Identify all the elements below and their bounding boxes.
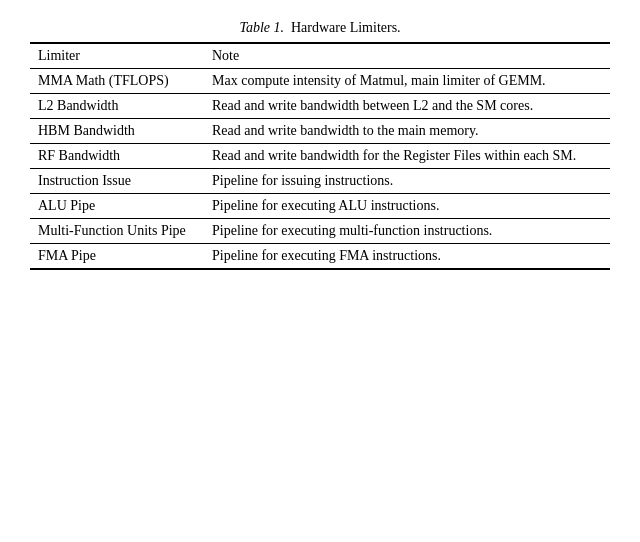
table-row: HBM BandwidthRead and write bandwidth to… <box>30 119 610 144</box>
caption-prefix: Table 1. <box>239 20 284 35</box>
cell-note: Read and write bandwidth between L2 and … <box>204 94 610 119</box>
caption-title: Hardware Limiters. <box>291 20 401 35</box>
cell-limiter: HBM Bandwidth <box>30 119 204 144</box>
table-row: MMA Math (TFLOPS)Max compute intensity o… <box>30 69 610 94</box>
cell-note: Pipeline for executing ALU instructions. <box>204 194 610 219</box>
cell-limiter: FMA Pipe <box>30 244 204 270</box>
cell-limiter: RF Bandwidth <box>30 144 204 169</box>
cell-limiter: ALU Pipe <box>30 194 204 219</box>
cell-note: Read and write bandwidth for the Registe… <box>204 144 610 169</box>
column-header-limiter: Limiter <box>30 43 204 69</box>
table-row: ALU PipePipeline for executing ALU instr… <box>30 194 610 219</box>
table-row: RF BandwidthRead and write bandwidth for… <box>30 144 610 169</box>
cell-note: Max compute intensity of Matmul, main li… <box>204 69 610 94</box>
table-caption: Table 1. Hardware Limiters. <box>30 20 610 36</box>
cell-limiter: Instruction Issue <box>30 169 204 194</box>
table-row: Instruction IssuePipeline for issuing in… <box>30 169 610 194</box>
cell-note: Pipeline for executing multi-function in… <box>204 219 610 244</box>
cell-note: Read and write bandwidth to the main mem… <box>204 119 610 144</box>
table-header-row: Limiter Note <box>30 43 610 69</box>
cell-note: Pipeline for issuing instructions. <box>204 169 610 194</box>
table-row: FMA PipePipeline for executing FMA instr… <box>30 244 610 270</box>
table-row: L2 BandwidthRead and write bandwidth bet… <box>30 94 610 119</box>
cell-limiter: L2 Bandwidth <box>30 94 204 119</box>
column-header-note: Note <box>204 43 610 69</box>
table-row: Multi-Function Units PipePipeline for ex… <box>30 219 610 244</box>
cell-limiter: Multi-Function Units Pipe <box>30 219 204 244</box>
cell-note: Pipeline for executing FMA instructions. <box>204 244 610 270</box>
hardware-table: Limiter Note MMA Math (TFLOPS)Max comput… <box>30 42 610 270</box>
cell-limiter: MMA Math (TFLOPS) <box>30 69 204 94</box>
page-container: Table 1. Hardware Limiters. Limiter Note… <box>30 20 610 270</box>
